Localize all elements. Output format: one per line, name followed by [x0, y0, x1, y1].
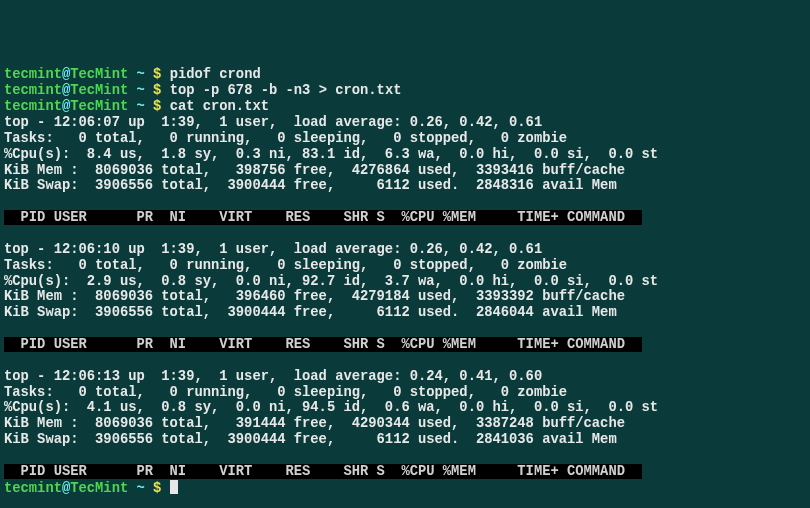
- top-swap-line: KiB Swap: 3906556 total, 3900444 free, 6…: [4, 305, 625, 320]
- top-summary-line: top - 12:06:07 up 1:39, 1 user, load ave…: [4, 115, 542, 130]
- prompt-user: tecmint: [4, 67, 62, 82]
- top-column-header: PID USER PR NI VIRT RES SHR S %CPU %MEM …: [4, 464, 642, 479]
- prompt-line-1: tecmint@TecMint ~ $ pidof crond: [4, 67, 261, 82]
- cmd-pidof: pidof crond: [170, 67, 261, 82]
- top-summary-line: top - 12:06:10 up 1:39, 1 user, load ave…: [4, 242, 542, 257]
- top-tasks-line: Tasks: 0 total, 0 running, 0 sleeping, 0…: [4, 258, 567, 273]
- top-summary-line: top - 12:06:13 up 1:39, 1 user, load ave…: [4, 369, 542, 384]
- top-cpu-line: %Cpu(s): 8.4 us, 1.8 sy, 0.3 ni, 83.1 id…: [4, 147, 658, 162]
- terminal[interactable]: tecmint@TecMint ~ $ pidof crond tecmint@…: [4, 67, 806, 496]
- prompt-host: TecMint: [70, 481, 128, 496]
- top-mem-line: KiB Mem : 8069036 total, 398756 free, 42…: [4, 163, 625, 178]
- cursor-icon: [170, 480, 178, 494]
- prompt-line-4[interactable]: tecmint@TecMint ~ $: [4, 481, 178, 496]
- top-mem-line: KiB Mem : 8069036 total, 396460 free, 42…: [4, 289, 625, 304]
- at-icon: @: [62, 99, 70, 114]
- prompt-user: tecmint: [4, 99, 62, 114]
- prompt-user: tecmint: [4, 83, 62, 98]
- prompt-user: tecmint: [4, 481, 62, 496]
- cmd-top: top -p 678 -b -n3 > cron.txt: [170, 83, 402, 98]
- prompt-tilde: ~: [137, 83, 145, 98]
- at-icon: @: [62, 67, 70, 82]
- at-icon: @: [62, 481, 70, 496]
- prompt-tilde: ~: [137, 99, 145, 114]
- top-tasks-line: Tasks: 0 total, 0 running, 0 sleeping, 0…: [4, 131, 567, 146]
- top-swap-line: KiB Swap: 3906556 total, 3900444 free, 6…: [4, 432, 625, 447]
- prompt-host: TecMint: [70, 83, 128, 98]
- prompt-line-3: tecmint@TecMint ~ $ cat cron.txt: [4, 99, 269, 114]
- at-icon: @: [62, 83, 70, 98]
- cmd-cat: cat cron.txt: [170, 99, 269, 114]
- top-column-header: PID USER PR NI VIRT RES SHR S %CPU %MEM …: [4, 337, 642, 352]
- prompt-tilde: ~: [137, 67, 145, 82]
- top-mem-line: KiB Mem : 8069036 total, 391444 free, 42…: [4, 416, 625, 431]
- top-swap-line: KiB Swap: 3906556 total, 3900444 free, 6…: [4, 178, 625, 193]
- top-column-header: PID USER PR NI VIRT RES SHR S %CPU %MEM …: [4, 210, 642, 225]
- prompt-host: TecMint: [70, 67, 128, 82]
- top-tasks-line: Tasks: 0 total, 0 running, 0 sleeping, 0…: [4, 385, 567, 400]
- prompt-host: TecMint: [70, 99, 128, 114]
- top-cpu-line: %Cpu(s): 2.9 us, 0.8 sy, 0.0 ni, 92.7 id…: [4, 274, 658, 289]
- prompt-line-2: tecmint@TecMint ~ $ top -p 678 -b -n3 > …: [4, 83, 401, 98]
- top-cpu-line: %Cpu(s): 4.1 us, 0.8 sy, 0.0 ni, 94.5 id…: [4, 400, 658, 415]
- prompt-tilde: ~: [137, 481, 145, 496]
